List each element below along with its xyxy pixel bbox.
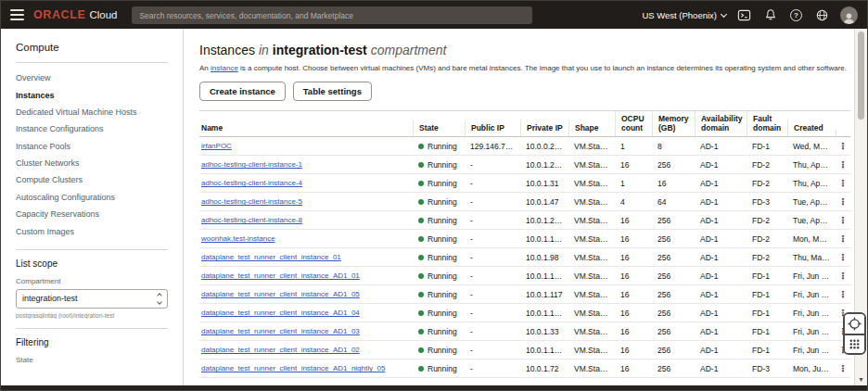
fault-domain-cell: FD-2 (747, 216, 787, 225)
instance-doc-link[interactable]: instance (211, 64, 238, 72)
instance-link[interactable]: dataplane_test_runner_client_instance_AD… (201, 290, 360, 298)
row-actions-menu-icon[interactable]: ⋮ (838, 271, 848, 281)
instance-link[interactable]: dataplane_test_runner_client_instance_AD… (201, 309, 360, 317)
fault-domain-cell: FD-1 (747, 290, 787, 299)
terminal-icon[interactable] (736, 7, 752, 23)
sidebar-item-dedicated-virtual-machine-hosts[interactable]: Dedicated Virtual Machine Hosts (16, 104, 168, 120)
sidebar-item-instance-pools[interactable]: Instance Pools (16, 138, 168, 155)
running-status-dot (418, 162, 424, 168)
column-header-actions (836, 130, 850, 136)
sidebar-item-custom-images[interactable]: Custom Images (16, 222, 168, 239)
table-row: dataplane_test_runner_client_instance_AD… (199, 341, 850, 359)
sidebar-item-compute-clusters[interactable]: Compute Clusters (16, 171, 168, 188)
column-header-shape: Shape (568, 120, 615, 136)
page-description: An instance is a compute host. Choose be… (199, 64, 850, 72)
row-actions-menu-icon[interactable]: ⋮ (838, 363, 848, 373)
created-cell: Fri, Jun 2... (787, 271, 836, 281)
availability-domain-cell: AD-1 (695, 216, 747, 225)
sidebar-item-autoscaling-configurations[interactable]: Autoscaling Configurations (16, 189, 168, 206)
row-actions-menu-icon[interactable]: ⋮ (838, 289, 848, 299)
scrollbar-thumb[interactable] (858, 32, 864, 120)
ocpu-count-cell: 16 (615, 309, 652, 318)
create-instance-button[interactable]: Create instance (199, 82, 286, 101)
memory-cell: 256 (652, 364, 695, 373)
table-settings-button[interactable]: Table settings (293, 82, 372, 101)
row-actions-menu-icon[interactable]: ⋮ (838, 252, 848, 262)
running-status-dot (418, 329, 424, 334)
public-ip-cell: - (465, 160, 520, 170)
row-actions-menu-icon[interactable]: ⋮ (838, 233, 848, 244)
shape-cell: VM.Stand... (568, 216, 615, 225)
instance-name-cell: adhoc-testing-client-instance-5 (199, 197, 413, 206)
public-ip-cell: 129.146.72.243 (465, 142, 520, 151)
row-actions-cell: ⋮ (836, 196, 850, 207)
grid-dots-icon[interactable] (845, 334, 864, 353)
ocpu-count-cell: 16 (615, 160, 652, 170)
instance-link[interactable]: dataplane_test_runner_client_instance_AD… (201, 364, 385, 372)
ocpu-count-cell: 16 (615, 327, 652, 336)
row-actions-menu-icon[interactable]: ⋮ (838, 178, 848, 188)
instance-link[interactable]: woonhak.test-instance (201, 234, 275, 243)
instance-link[interactable]: dataplane_test_runner_client_instance_01 (201, 253, 341, 261)
hamburger-menu-icon[interactable] (10, 9, 24, 20)
column-header-memory-gb-: Memory (GB) (652, 111, 695, 136)
row-actions-menu-icon[interactable]: ⋮ (838, 141, 848, 151)
created-cell: Mon, May 1... (787, 234, 836, 244)
shape-cell: VM.Stand... (568, 364, 615, 373)
filtering-heading: Filtering (16, 337, 168, 347)
question-mark-glyph: ? (790, 9, 802, 21)
sidebar-item-cluster-networks[interactable]: Cluster Networks (16, 155, 168, 171)
created-cell: Tue, Apr 25... (787, 197, 836, 207)
target-crosshair-icon[interactable] (845, 314, 864, 334)
oracle-cloud-logo[interactable]: ORACLE Cloud (33, 8, 117, 21)
availability-domain-cell: AD-1 (695, 290, 747, 299)
sidebar-item-overview[interactable]: Overview (16, 69, 168, 86)
fault-domain-cell: FD-2 (747, 160, 787, 170)
row-actions-menu-icon[interactable]: ⋮ (838, 196, 848, 207)
fault-domain-cell: FD-2 (747, 179, 787, 188)
scrollbar-down-arrow-icon[interactable]: ▾ (855, 375, 867, 384)
instance-link[interactable]: adhoc-testing-client-instance-8 (201, 216, 302, 224)
search-input[interactable] (132, 6, 532, 24)
created-cell: Wed, Mar 1... (787, 142, 836, 151)
row-actions-menu-icon[interactable]: ⋮ (838, 159, 848, 170)
instance-link[interactable]: dataplane_test_runner_client_instance_AD… (201, 346, 360, 354)
instance-link[interactable]: irfanPOC (201, 142, 232, 150)
notifications-bell-icon[interactable] (762, 7, 778, 23)
availability-domain-cell: AD-1 (695, 309, 747, 318)
language-globe-icon[interactable] (814, 7, 830, 23)
help-icon[interactable]: ? (788, 7, 804, 23)
row-actions-cell: ⋮ (836, 233, 850, 244)
state-filter-label: State (16, 356, 168, 364)
row-actions-cell: ⋮ (836, 252, 850, 262)
column-header-private-ip: Private IP (520, 120, 568, 136)
sidebar-item-capacity-reservations[interactable]: Capacity Reservations (16, 206, 168, 222)
instance-link[interactable]: dataplane_test_runner_client_instance_AD… (201, 327, 360, 335)
table-row: adhoc-testing-client-instance-4Running-1… (199, 174, 850, 193)
public-ip-cell: - (465, 327, 520, 336)
sidebar-item-instances[interactable]: Instances (16, 86, 168, 103)
created-cell: Fri, Jun 2... (787, 327, 836, 336)
created-cell: Thu, May 4... (787, 253, 836, 262)
availability-domain-cell: AD-1 (695, 271, 747, 281)
instance-link[interactable]: adhoc-testing-client-instance-5 (201, 197, 302, 206)
sidebar-item-instance-configurations[interactable]: Instance Configurations (16, 120, 168, 137)
compartment-select[interactable]: integration-test (16, 289, 168, 309)
column-header-created: Created (787, 120, 836, 136)
instance-link[interactable]: dataplane_test_runner_client_instance_AD… (201, 271, 360, 280)
row-actions-menu-icon[interactable]: ⋮ (838, 215, 848, 225)
public-ip-cell: - (465, 234, 520, 244)
public-ip-cell: - (465, 253, 520, 262)
profile-avatar[interactable] (840, 6, 858, 24)
shape-cell: VM.Stand... (568, 327, 615, 336)
instance-link[interactable]: adhoc-testing-client-instance-4 (201, 179, 302, 187)
table-row: dataplane_test_runner_client_instance_AD… (199, 359, 850, 378)
instance-link[interactable]: adhoc-testing-client-instance-1 (201, 160, 302, 169)
public-ip-cell: - (465, 290, 520, 299)
region-selector[interactable]: US West (Phoenix) (642, 10, 726, 20)
shape-cell: VM.Stand... (568, 160, 615, 170)
created-cell: Mon, Jun 1... (787, 364, 836, 373)
window-bottom-edge (1, 385, 867, 390)
row-actions-cell: ⋮ (836, 271, 850, 281)
private-ip-cell: 10.0.1.193 (520, 346, 568, 355)
